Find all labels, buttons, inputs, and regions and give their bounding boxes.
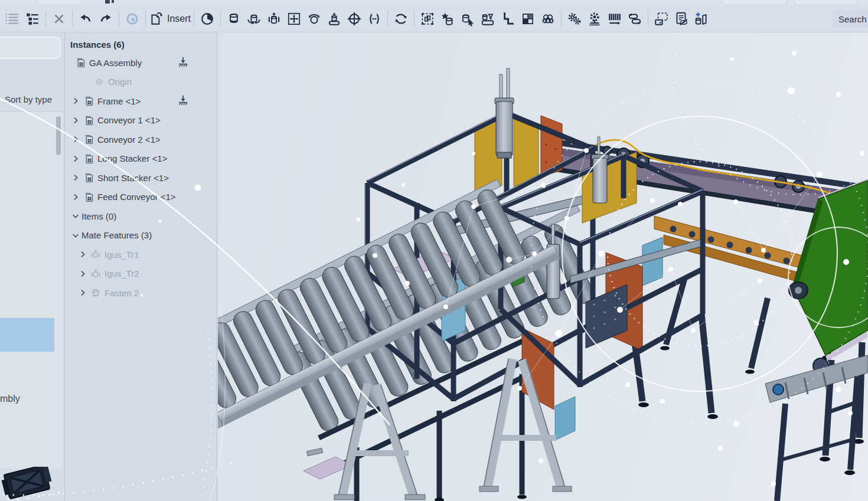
tree-item-items-0[interactable]: Items (0) (65, 207, 217, 226)
tree-item-label: Conveyor 2 <1> (97, 135, 161, 145)
origin-icon (92, 76, 106, 89)
gear-relation-icon[interactable] (564, 8, 585, 30)
tree-item-origin[interactable]: Origin (65, 73, 217, 92)
instances-header: Instances (6) (65, 38, 217, 53)
replicate-icon[interactable] (438, 8, 458, 30)
tree-item-long-stacker-1[interactable]: Long Stacker <1> (65, 149, 217, 169)
chevron-right-icon[interactable] (70, 116, 81, 125)
toolbar-separator (45, 11, 46, 27)
assembly-doc-icon (81, 114, 96, 127)
chevron-down-icon[interactable] (70, 211, 81, 221)
tree-item-fasten-2[interactable]: Fasten 2 (65, 283, 217, 303)
history-icon[interactable] (197, 8, 217, 30)
named-view-icon[interactable] (651, 8, 671, 30)
group-select-icon[interactable] (417, 8, 438, 30)
instances-panel: Instances (6) GA AssemblyOriginFrame <1>… (65, 32, 217, 501)
planar-mate-icon[interactable] (284, 8, 304, 30)
dialog-partial-item-label[interactable]: mbly (0, 394, 20, 404)
assembly-3d-view[interactable] (218, 32, 868, 501)
tree-item-label: GA Assembly (89, 58, 142, 68)
pin-slot-mate-icon[interactable] (324, 8, 344, 30)
tab-fragment-right-1 (722, 0, 788, 5)
fixed-ground-icon (177, 55, 190, 70)
chevron-right-icon[interactable] (70, 135, 81, 144)
redo-icon[interactable] (96, 8, 116, 30)
insert-button-label: Insert (167, 14, 191, 24)
toolbar-separator (648, 11, 648, 27)
tab-fragment-left (37, 0, 83, 5)
chevron-down-icon[interactable] (70, 231, 81, 240)
top-strip (0, 0, 868, 6)
tab-fragment-mark (112, 0, 114, 3)
interference-icon[interactable] (538, 8, 558, 30)
exploded-view-icon[interactable] (518, 8, 538, 30)
slider-mate-icon[interactable] (264, 8, 284, 30)
sync-icon[interactable] (122, 8, 142, 30)
ball-mate-icon[interactable] (304, 8, 324, 30)
tree-item-ga-assembly[interactable]: GA Assembly (65, 53, 217, 73)
chevron-right-icon[interactable] (77, 250, 89, 259)
tangent-mate-icon[interactable] (364, 8, 384, 30)
pattern-mirror-icon[interactable] (498, 8, 518, 30)
gear-stand-icon[interactable] (585, 8, 605, 30)
dialog-list-area: mbly (0, 111, 63, 469)
toolbar-separator (119, 11, 119, 27)
insert-button[interactable]: Insert (149, 8, 191, 30)
dialog-scrollbar[interactable] (56, 116, 61, 155)
tree-item-label: Frame <1> (97, 96, 141, 106)
tree-item-label: Origin (108, 77, 132, 87)
fastened-mate-icon[interactable] (224, 8, 244, 30)
tree-item-label: Igus_Tr2 (105, 268, 139, 279)
rack-pinion-icon[interactable] (605, 8, 625, 30)
assembly-doc-icon (81, 152, 96, 165)
tree-item-label: Short Stacker <1> (97, 173, 169, 183)
tab-fragment-mark (105, 0, 110, 4)
bottom-right-conveyor (765, 355, 867, 501)
dialog-search-field[interactable] (0, 37, 61, 59)
slider-mate-small-icon (89, 267, 103, 280)
fixed-ground-icon (177, 94, 190, 109)
tree-item-frame-1[interactable]: Frame <1> (65, 91, 217, 111)
rotate-tool-icon[interactable] (391, 8, 411, 30)
toolbar-separator (220, 11, 221, 27)
chevron-right-icon[interactable] (70, 96, 81, 106)
undo-icon[interactable] (76, 8, 96, 30)
tree-item-short-stacker-1[interactable]: Short Stacker <1> (65, 168, 217, 188)
tree-item-conveyor-2-1[interactable]: Conveyor 2 <1> (65, 130, 217, 149)
tree-item-mate-features-3[interactable]: Mate Features (3) (65, 226, 217, 245)
tree-item-igus-tr2[interactable]: Igus_Tr2 (65, 264, 217, 284)
assembly-toolbar: Insert (0, 6, 868, 32)
cylindrical-mate-icon[interactable] (344, 8, 364, 30)
toolbar-separator (414, 11, 415, 27)
chevron-right-icon[interactable] (70, 154, 81, 163)
chevron-right-icon[interactable] (77, 288, 89, 297)
assembly-model (218, 32, 868, 501)
toolbar-separator (194, 11, 194, 27)
list-structured-icon[interactable] (22, 8, 43, 30)
tree-item-conveyor-1-1[interactable]: Conveyor 1 <1> (65, 111, 217, 130)
pattern-parts-icon[interactable] (478, 8, 498, 30)
revolute-mate-icon[interactable] (244, 8, 264, 30)
left-cropped-dialog: Sort by type mbly (0, 32, 65, 501)
list-plain-icon[interactable] (2, 8, 22, 30)
toolbar-separator (72, 11, 73, 27)
chevron-right-icon[interactable] (77, 269, 89, 279)
tree-item-igus-tr1[interactable]: Igus_Tr1 (65, 245, 217, 264)
dialog-selected-row[interactable] (0, 318, 54, 352)
transform-icon[interactable] (458, 8, 478, 30)
belt-relation-icon[interactable] (625, 8, 645, 30)
search-input[interactable] (833, 10, 868, 28)
chevron-right-icon[interactable] (70, 173, 81, 182)
tree-item-label: Igus_Tr1 (105, 250, 139, 260)
chevron-right-icon[interactable] (70, 192, 81, 202)
assembly-doc-icon (81, 171, 96, 184)
close-icon[interactable] (49, 8, 69, 30)
sort-by-type-label[interactable]: Sort by type (5, 94, 52, 104)
assembly-doc-icon (73, 56, 87, 69)
slider-mate-small-icon (89, 248, 103, 261)
tree-item-feed-conveyor-1[interactable]: Feed Conveyor <1> (65, 188, 217, 207)
tree-item-label: Long Stacker <1> (97, 153, 167, 163)
insert-item-icon[interactable] (691, 8, 712, 30)
tree-item-label: Conveyor 1 <1> (97, 115, 161, 125)
bom-table-icon[interactable] (671, 8, 691, 30)
